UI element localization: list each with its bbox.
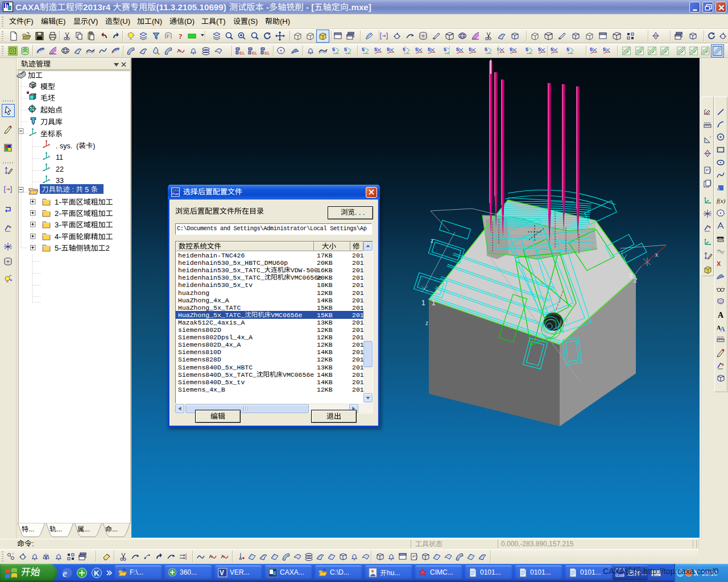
svg-text:K: K [94,569,100,577]
svg-text:...: ... [28,526,34,533]
svg-text:33: 33 [56,177,64,185]
svg-text:2-: 2- [55,210,61,218]
svg-text:Siemens802Dpsl_4x_A: Siemens802Dpsl_4x_A [178,334,253,341]
svg-text:Mazak512C_4axis_A: Mazak512C_4axis_A [178,319,245,326]
svg-text:P: P [412,554,415,559]
svg-text:VMC0656e: VMC0656e [271,311,302,319]
svg-text:heidenhain530_5x_HBTC_DMU60p: heidenhain530_5x_HBTC_DMU60p [178,259,288,267]
svg-text:Siemens828D: Siemens828D [178,356,221,363]
svg-text:201: 201 [352,364,364,371]
svg-text:VDW-500: VDW-500 [291,267,318,274]
svg-text:201: 201 [352,311,364,319]
svg-text:201: 201 [352,371,364,379]
svg-text:5: 5 [415,47,418,52]
svg-text:14KB: 14KB [317,348,333,356]
svg-text:12KB: 12KB [317,356,333,363]
svg-text:V: V [220,569,224,577]
svg-text:5: 5 [332,47,335,52]
svg-text:EL: EL [264,51,270,56]
svg-text:z: z [431,238,433,244]
svg-text:4-: 4- [55,233,61,241]
svg-text:201: 201 [352,341,364,348]
svg-text:15KB: 15KB [317,304,333,311]
svg-text:VMC0656e: VMC0656e [283,371,314,379]
svg-text:14KB: 14KB [317,297,333,304]
svg-text:2: 2 [106,244,110,252]
svg-text:?: ? [179,32,183,40]
svg-text:201: 201 [352,304,364,311]
svg-text:Siemens840D_5x_TATC_: Siemens840D_5x_TATC_ [178,371,257,379]
svg-text:201: 201 [352,356,364,363]
svg-text:Siemens802D_4x_A: Siemens802D_4x_A [178,341,241,348]
svg-text:12KB: 12KB [317,334,333,341]
svg-text:5: 5 [428,47,431,52]
svg-text:5: 5 [444,47,446,52]
svg-text:18KB: 18KB [317,281,333,289]
svg-text:...: ... [112,526,118,533]
svg-text:2: 2 [629,272,632,279]
svg-text:20KB: 20KB [317,259,333,267]
svg-text:201: 201 [352,267,364,274]
svg-text:201: 201 [352,326,364,334]
svg-text:z: z [425,320,428,326]
svg-text:heidenhain530_5x_tv: heidenhain530_5x_tv [178,281,253,289]
svg-text:1 1: 1 1 [421,299,438,307]
svg-text:5: 5 [590,47,593,52]
svg-text:Siemens810D: Siemens810D [178,348,221,356]
svg-text:(T): (T) [216,18,226,26]
svg-text::: : [32,540,34,548]
svg-text:CAXA: CAXA [603,567,625,576]
svg-text:201: 201 [352,334,364,341]
svg-text:5: 5 [510,47,512,52]
svg-text:5: 5 [566,47,569,52]
svg-text:201: 201 [352,348,364,356]
svg-text:5: 5 [344,47,347,52]
svg-text:1-: 1- [55,198,61,206]
svg-text:16KB: 16KB [317,267,333,274]
svg-text:Siemens840D_5x_tv: Siemens840D_5x_tv [178,379,245,386]
svg-text:12KB: 12KB [317,326,333,334]
svg-text:201: 201 [352,252,364,259]
svg-text:Siemens840D_5x_HBTC: Siemens840D_5x_HBTC [178,364,253,371]
svg-text:P: P [706,168,709,173]
svg-text:5-: 5- [55,244,61,252]
svg-text:heidenhain-TNC426: heidenhain-TNC426 [178,252,245,259]
svg-text:2013r4: 2013r4 [83,3,113,12]
svg-text:HuaZhong_4x_A: HuaZhong_4x_A [178,297,229,304]
svg-text:...: ... [56,526,62,533]
svg-text:): ) [93,142,95,150]
svg-text:EL: EL [252,51,257,56]
svg-text:12KB: 12KB [317,386,333,393]
svg-text:14KB: 14KB [317,371,333,379]
svg-text:17KB: 17KB [317,252,333,259]
svg-text:f(x): f(x) [717,197,726,205]
svg-text:F: F [167,34,170,39]
svg-text:HuaZhong_5x_TATC_: HuaZhong_5x_TATC_ [178,311,245,319]
svg-text:A: A [718,311,724,319]
svg-text:5: 5 [374,47,377,52]
svg-text:13KB: 13KB [317,364,333,371]
svg-text:5: 5 [603,47,606,52]
svg-text:A: A [720,325,725,332]
svg-text:(11.3.2105.10699): (11.3.2105.10699) [156,3,229,12]
svg-text:22: 22 [56,165,64,173]
svg-text:201: 201 [352,274,364,281]
svg-text:5: 5 [551,47,553,52]
svg-text:CAXA: CAXA [15,3,40,12]
svg-text:HuaZhong_5x_TATC: HuaZhong_5x_TATC [178,304,241,311]
svg-text:X: X [717,260,721,267]
svg-text:5: 5 [362,47,365,52]
svg-text:5: 5 [469,47,471,52]
svg-text:13KB: 13KB [317,319,333,326]
svg-text:(D): (D) [184,18,195,26]
svg-text:201: 201 [352,379,364,386]
svg-text:201: 201 [352,319,364,326]
svg-text:5: 5 [526,47,528,52]
svg-text:siemens802D: siemens802D [178,326,221,334]
svg-text:(H): (H) [280,18,290,26]
svg-text:(S): (S) [248,18,258,26]
svg-text:heidenhain530_5x_TATC_: heidenhain530_5x_TATC_ [178,274,264,281]
svg-text:- [: - [ [304,3,315,12]
svg-text:EL: EL [239,51,245,56]
svg-text:huazhong: huazhong [178,289,209,297]
